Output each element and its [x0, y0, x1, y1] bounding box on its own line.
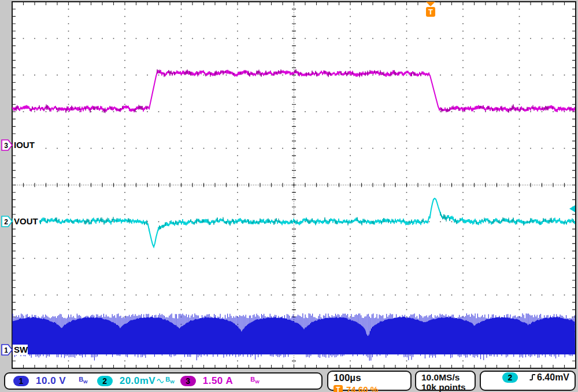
- svg-text:1: 1: [4, 346, 8, 354]
- trace-label-iout: IOUT: [14, 140, 35, 150]
- timebase-scale: 100µs: [334, 372, 405, 384]
- svg-text:3: 3: [4, 142, 8, 150]
- bw-w: W: [170, 380, 175, 385]
- bandwidth-limit-icon: BW: [165, 376, 175, 385]
- ch3-scale: 1.50 A: [203, 375, 233, 387]
- bandwidth-limit-icon: BW: [79, 376, 88, 385]
- trigger-position: 74.60 %: [346, 384, 378, 392]
- bw-b: B: [250, 376, 255, 383]
- trigger-t-icon: T: [334, 385, 343, 392]
- acquisition-box[interactable]: 10.0MS/s 10k points: [415, 371, 476, 391]
- ac-coupling-icon: [157, 378, 164, 384]
- rising-edge-icon: [528, 373, 537, 382]
- svg-text:T: T: [428, 8, 433, 16]
- ch3-badge[interactable]: 3: [180, 376, 196, 386]
- trace-label-vout: VOUT: [14, 216, 38, 226]
- bw-b: B: [79, 376, 83, 383]
- ch1-scale: 10.0 V: [36, 375, 66, 387]
- timebase-box[interactable]: 100µs T 74.60 %: [327, 371, 412, 391]
- svg-text:2: 2: [4, 218, 8, 226]
- bw-b: B: [165, 376, 170, 383]
- bw-w: W: [255, 380, 260, 385]
- bw-w: W: [83, 380, 88, 385]
- ch1-badge[interactable]: 1: [13, 376, 29, 386]
- sample-rate: 10.0MS/s: [421, 372, 469, 382]
- channel-readouts-box[interactable]: 1 10.0 V BW 2 20.0mV BW 3 1.50 A BW: [4, 372, 323, 390]
- ch2-badge[interactable]: 2: [97, 376, 113, 386]
- trace-label-sw: SW: [14, 345, 28, 354]
- trigger-box[interactable]: 2 6.40mV: [480, 371, 576, 391]
- record-length: 10k points: [421, 382, 469, 392]
- ch2-scale: 20.0mV: [120, 375, 156, 387]
- trigger-source-badge[interactable]: 2: [502, 372, 518, 383]
- waveform-display: 321IOUTVOUTSWT: [0, 0, 578, 370]
- trigger-level: 6.40mV: [537, 372, 569, 383]
- bandwidth-limit-icon: BW: [250, 376, 260, 385]
